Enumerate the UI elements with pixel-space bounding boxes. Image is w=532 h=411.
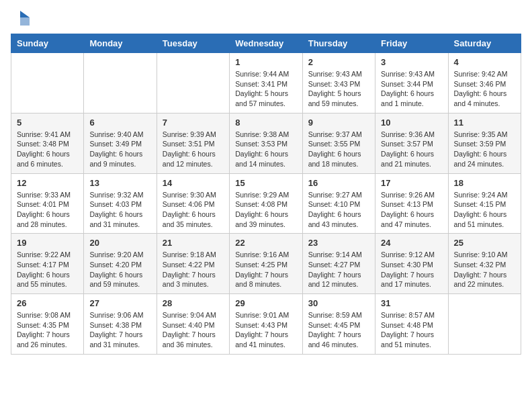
day-info: Sunrise: 9:14 AM Sunset: 4:27 PM Dayligh… bbox=[308, 250, 369, 289]
day-info: Sunrise: 9:10 AM Sunset: 4:32 PM Dayligh… bbox=[454, 250, 515, 289]
day-number: 22 bbox=[235, 238, 296, 248]
calendar-cell: 25Sunrise: 9:10 AM Sunset: 4:32 PM Dayli… bbox=[448, 234, 521, 294]
day-number: 3 bbox=[381, 57, 442, 67]
calendar-cell bbox=[11, 53, 84, 113]
calendar-cell: 6Sunrise: 9:40 AM Sunset: 3:49 PM Daylig… bbox=[84, 113, 157, 173]
day-number: 24 bbox=[381, 238, 442, 248]
calendar-cell: 30Sunrise: 8:59 AM Sunset: 4:45 PM Dayli… bbox=[302, 294, 375, 355]
day-info: Sunrise: 9:26 AM Sunset: 4:13 PM Dayligh… bbox=[381, 190, 442, 230]
day-number: 28 bbox=[163, 298, 224, 308]
calendar-cell: 19Sunrise: 9:22 AM Sunset: 4:17 PM Dayli… bbox=[11, 234, 84, 294]
day-number: 7 bbox=[163, 118, 224, 128]
day-number: 21 bbox=[163, 238, 224, 248]
day-number: 12 bbox=[17, 178, 78, 188]
day-number: 8 bbox=[235, 118, 296, 128]
calendar-cell: 31Sunrise: 8:57 AM Sunset: 4:48 PM Dayli… bbox=[375, 294, 448, 355]
day-number: 16 bbox=[308, 178, 369, 188]
day-number: 29 bbox=[235, 298, 296, 308]
day-number: 13 bbox=[89, 178, 150, 188]
calendar-cell: 16Sunrise: 9:27 AM Sunset: 4:10 PM Dayli… bbox=[302, 173, 375, 234]
day-info: Sunrise: 9:41 AM Sunset: 3:48 PM Dayligh… bbox=[17, 130, 78, 169]
calendar-cell: 4Sunrise: 9:42 AM Sunset: 3:46 PM Daylig… bbox=[448, 53, 521, 113]
day-of-week-header: Thursday bbox=[302, 34, 375, 53]
calendar-cell: 7Sunrise: 9:39 AM Sunset: 3:51 PM Daylig… bbox=[157, 113, 229, 173]
calendar-cell: 21Sunrise: 9:18 AM Sunset: 4:22 PM Dayli… bbox=[157, 234, 229, 294]
day-info: Sunrise: 9:04 AM Sunset: 4:40 PM Dayligh… bbox=[163, 310, 224, 350]
day-of-week-header: Sunday bbox=[11, 34, 84, 53]
day-number: 10 bbox=[381, 118, 442, 128]
calendar-cell: 11Sunrise: 9:35 AM Sunset: 3:59 PM Dayli… bbox=[448, 113, 521, 173]
calendar-cell bbox=[84, 53, 157, 113]
day-number: 15 bbox=[235, 178, 296, 188]
calendar-table: SundayMondayTuesdayWednesdayThursdayFrid… bbox=[11, 34, 521, 355]
day-number: 18 bbox=[454, 178, 515, 188]
day-number: 27 bbox=[89, 298, 150, 308]
calendar-cell: 3Sunrise: 9:43 AM Sunset: 3:44 PM Daylig… bbox=[375, 53, 448, 113]
logo bbox=[11, 11, 32, 26]
day-info: Sunrise: 9:16 AM Sunset: 4:25 PM Dayligh… bbox=[235, 250, 296, 289]
day-number: 26 bbox=[17, 298, 78, 308]
calendar-cell: 22Sunrise: 9:16 AM Sunset: 4:25 PM Dayli… bbox=[230, 234, 302, 294]
calendar-cell: 26Sunrise: 9:08 AM Sunset: 4:35 PM Dayli… bbox=[11, 294, 84, 355]
calendar-cell: 24Sunrise: 9:12 AM Sunset: 4:30 PM Dayli… bbox=[375, 234, 448, 294]
day-info: Sunrise: 9:38 AM Sunset: 3:53 PM Dayligh… bbox=[235, 130, 296, 169]
day-info: Sunrise: 9:27 AM Sunset: 4:10 PM Dayligh… bbox=[308, 190, 369, 230]
day-info: Sunrise: 9:37 AM Sunset: 3:55 PM Dayligh… bbox=[308, 130, 369, 169]
day-number: 9 bbox=[308, 118, 369, 128]
calendar-cell: 12Sunrise: 9:33 AM Sunset: 4:01 PM Dayli… bbox=[11, 173, 84, 234]
day-of-week-header: Tuesday bbox=[157, 34, 229, 53]
day-info: Sunrise: 9:43 AM Sunset: 3:43 PM Dayligh… bbox=[308, 69, 369, 109]
day-info: Sunrise: 9:29 AM Sunset: 4:08 PM Dayligh… bbox=[235, 190, 296, 230]
calendar-cell bbox=[448, 294, 521, 355]
day-info: Sunrise: 9:43 AM Sunset: 3:44 PM Dayligh… bbox=[381, 69, 442, 109]
calendar-cell: 18Sunrise: 9:24 AM Sunset: 4:15 PM Dayli… bbox=[448, 173, 521, 234]
day-info: Sunrise: 9:20 AM Sunset: 4:20 PM Dayligh… bbox=[89, 250, 150, 289]
calendar-cell: 14Sunrise: 9:30 AM Sunset: 4:06 PM Dayli… bbox=[157, 173, 229, 234]
day-info: Sunrise: 9:33 AM Sunset: 4:01 PM Dayligh… bbox=[17, 190, 78, 230]
calendar-cell bbox=[157, 53, 229, 113]
day-info: Sunrise: 9:44 AM Sunset: 3:41 PM Dayligh… bbox=[235, 69, 296, 109]
day-number: 14 bbox=[163, 178, 224, 188]
page-header bbox=[11, 11, 521, 26]
calendar-cell: 10Sunrise: 9:36 AM Sunset: 3:57 PM Dayli… bbox=[375, 113, 448, 173]
day-info: Sunrise: 9:12 AM Sunset: 4:30 PM Dayligh… bbox=[381, 250, 442, 289]
day-info: Sunrise: 8:59 AM Sunset: 4:45 PM Dayligh… bbox=[308, 310, 369, 350]
calendar-cell: 13Sunrise: 9:32 AM Sunset: 4:03 PM Dayli… bbox=[84, 173, 157, 234]
day-of-week-header: Wednesday bbox=[230, 34, 302, 53]
calendar-cell: 20Sunrise: 9:20 AM Sunset: 4:20 PM Dayli… bbox=[84, 234, 157, 294]
day-info: Sunrise: 9:06 AM Sunset: 4:38 PM Dayligh… bbox=[89, 310, 150, 350]
day-number: 19 bbox=[17, 238, 78, 248]
calendar-cell: 5Sunrise: 9:41 AM Sunset: 3:48 PM Daylig… bbox=[11, 113, 84, 173]
day-info: Sunrise: 9:39 AM Sunset: 3:51 PM Dayligh… bbox=[163, 130, 224, 169]
calendar-cell: 15Sunrise: 9:29 AM Sunset: 4:08 PM Dayli… bbox=[230, 173, 302, 234]
calendar-cell: 1Sunrise: 9:44 AM Sunset: 3:41 PM Daylig… bbox=[230, 53, 302, 113]
day-of-week-header: Monday bbox=[84, 34, 157, 53]
svg-marker-0 bbox=[20, 11, 30, 17]
day-number: 4 bbox=[454, 57, 515, 67]
day-info: Sunrise: 9:40 AM Sunset: 3:49 PM Dayligh… bbox=[89, 130, 150, 169]
day-info: Sunrise: 8:57 AM Sunset: 4:48 PM Dayligh… bbox=[381, 310, 442, 350]
day-info: Sunrise: 9:36 AM Sunset: 3:57 PM Dayligh… bbox=[381, 130, 442, 169]
day-info: Sunrise: 9:18 AM Sunset: 4:22 PM Dayligh… bbox=[163, 250, 224, 289]
day-number: 30 bbox=[308, 298, 369, 308]
calendar-cell: 28Sunrise: 9:04 AM Sunset: 4:40 PM Dayli… bbox=[157, 294, 229, 355]
calendar-cell: 17Sunrise: 9:26 AM Sunset: 4:13 PM Dayli… bbox=[375, 173, 448, 234]
calendar-cell: 23Sunrise: 9:14 AM Sunset: 4:27 PM Dayli… bbox=[302, 234, 375, 294]
day-number: 25 bbox=[454, 238, 515, 248]
calendar-cell: 27Sunrise: 9:06 AM Sunset: 4:38 PM Dayli… bbox=[84, 294, 157, 355]
calendar-cell: 2Sunrise: 9:43 AM Sunset: 3:43 PM Daylig… bbox=[302, 53, 375, 113]
day-number: 1 bbox=[235, 57, 296, 67]
day-of-week-header: Friday bbox=[375, 34, 448, 53]
day-number: 6 bbox=[89, 118, 150, 128]
day-info: Sunrise: 9:32 AM Sunset: 4:03 PM Dayligh… bbox=[89, 190, 150, 230]
day-number: 2 bbox=[308, 57, 369, 67]
logo-icon bbox=[11, 11, 30, 26]
day-number: 20 bbox=[89, 238, 150, 248]
day-info: Sunrise: 9:42 AM Sunset: 3:46 PM Dayligh… bbox=[454, 69, 515, 109]
svg-marker-1 bbox=[20, 17, 30, 26]
day-info: Sunrise: 9:01 AM Sunset: 4:43 PM Dayligh… bbox=[235, 310, 296, 350]
day-number: 11 bbox=[454, 118, 515, 128]
day-info: Sunrise: 9:30 AM Sunset: 4:06 PM Dayligh… bbox=[163, 190, 224, 230]
day-number: 31 bbox=[381, 298, 442, 308]
calendar-cell: 29Sunrise: 9:01 AM Sunset: 4:43 PM Dayli… bbox=[230, 294, 302, 355]
